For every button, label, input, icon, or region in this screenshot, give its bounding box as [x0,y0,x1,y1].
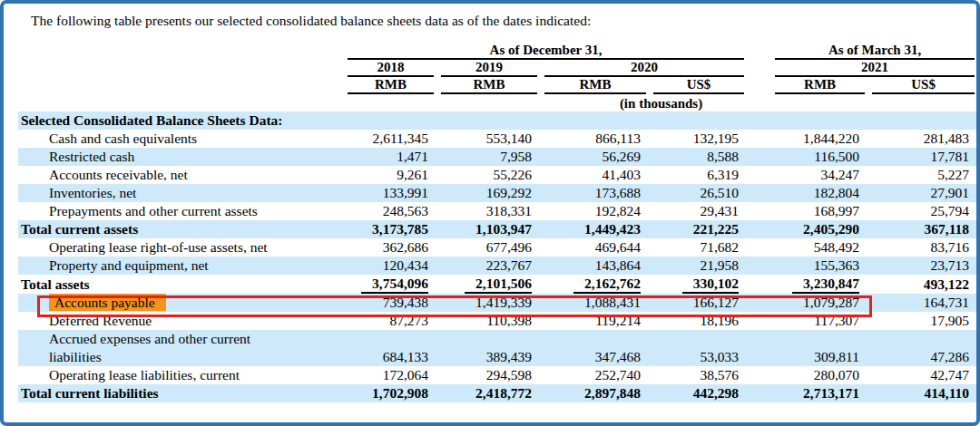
cell-2020-usd: 166,127 [650,294,748,312]
cell-2020-rmb: 1,449,423 [541,220,650,238]
cell-2021-rmb: 309,811 [771,330,868,366]
currency-header-2021-usd: US$ [868,77,978,94]
cell-2020-rmb: 2,162,762 [541,275,650,294]
cell-2021-rmb: 280,070 [771,366,868,384]
cell-2019-rmb: 677,496 [437,238,541,257]
table-row: Total current liabilities1,702,9082,418,… [18,384,978,402]
cell-2020-rmb: 119,214 [541,312,650,330]
group-header-december-label: As of December 31, [348,43,744,60]
cell-2019-rmb: 2,101,506 [437,275,541,294]
cell-2021-rmb: 3,230,847 [771,275,868,294]
table-header: As of December 31, As of March 31, 2018 … [18,43,978,111]
underlined-total-value: 3,754,096 [361,276,428,294]
label-column-spacer [18,77,344,94]
cell-2018-rmb: 172,064 [344,366,437,384]
row-label: Prepayments and other current assets [18,202,344,220]
year-header-2020: 2020 [541,60,748,77]
cell-2021-usd: 281,483 [868,130,978,148]
column-gap [748,384,771,402]
cell-2020-usd: 26,510 [650,184,748,202]
currency-header-2021-rmb: RMB [771,77,868,94]
column-gap [748,166,771,184]
cell-2018-rmb: 2,611,345 [344,130,437,148]
cell-2020-rmb: 866,113 [541,130,650,148]
cell-2019-rmb: 169,292 [437,184,541,202]
cell-2019-rmb: 553,140 [437,130,541,148]
table-row: Inventories, net133,991169,292173,68826,… [18,184,978,202]
underlined-total-value: 330,102 [682,276,739,294]
cell-2018-rmb: 362,686 [344,238,437,257]
currency-header-2019-rmb: RMB [437,77,541,94]
table-row: Operating lease liabilities, current172,… [18,366,978,384]
cell-2018-rmb: 248,563 [344,202,437,220]
cell-2020-usd: 18,196 [650,312,748,330]
table-row: Deferred Revenue87,273110,398119,21418,1… [18,312,978,330]
table-row: Total assets3,754,0962,101,5062,162,7623… [18,275,978,294]
group-header-december: As of December 31, [344,43,748,60]
cell-2019-rmb: 294,598 [437,366,541,384]
cell-2021-usd: 493,122 [868,275,978,294]
cell-2021-rmb: 117,307 [771,312,868,330]
cell-2021-usd: 42,747 [868,366,978,384]
cell-2020-usd: 221,225 [650,220,748,238]
cell-2020-usd: 330,102 [650,275,748,294]
table-row: Prepayments and other current assets248,… [18,202,978,220]
currency-header-2020-rmb: RMB [541,77,650,94]
cell-2021-rmb: 548,492 [771,238,868,257]
cell-2019-rmb: 55,226 [437,166,541,184]
cell-2021-usd: 23,713 [868,257,978,275]
cell-2018-rmb: 87,273 [344,312,437,330]
cell-2020-rmb: 469,644 [541,238,650,257]
label-column-spacer [18,43,344,60]
cell-2021-rmb: 168,997 [771,202,868,220]
underlined-total-value: 2,162,762 [573,276,641,294]
cell-2019-rmb: 1,419,339 [437,294,541,312]
table-row: Property and equipment, net120,434223,76… [18,257,978,275]
column-gap [748,257,771,275]
column-gap [748,184,771,202]
cell-2020-usd: 6,319 [650,166,748,184]
group-header-row: As of December 31, As of March 31, [18,43,978,60]
intro-paragraph: The following table presents our selecte… [31,12,976,30]
row-label: Total current assets [18,220,344,238]
column-gap [748,366,771,384]
cell-2021-usd: 83,716 [868,238,978,257]
row-label: Cash and cash equivalents [18,130,344,148]
group-header-march-label: As of March 31, [775,43,975,60]
year-header-row: 2018 2019 2020 2021 [18,60,978,77]
row-label: Total assets [18,275,344,294]
cell-2021-usd: 164,731 [868,294,978,312]
column-gap [748,60,771,77]
table-row: Accrued expenses and other currentliabil… [18,330,978,366]
column-gap [748,148,771,166]
cell-2020-usd: 71,682 [650,238,748,257]
row-label: Deferred Revenue [18,312,344,330]
cell-2018-rmb: 3,754,096 [344,275,437,294]
units-row: (in thousands) [18,94,978,111]
cell-2020-usd: 29,431 [650,202,748,220]
section-header: Selected Consolidated Balance Sheets Dat… [18,111,978,130]
cell-2020-usd: 132,195 [650,130,748,148]
section-header-row: Selected Consolidated Balance Sheets Dat… [18,111,978,130]
cell-2021-usd: 27,901 [868,184,978,202]
column-gap [748,294,771,312]
row-label: Total current liabilities [18,384,344,402]
units-note: (in thousands) [344,94,978,111]
cell-2020-usd: 8,588 [650,148,748,166]
year-header-2018: 2018 [344,60,437,77]
row-label: Inventories, net [18,184,344,202]
cell-2020-usd: 442,298 [650,384,748,402]
cell-2018-rmb: 739,438 [344,294,437,312]
cell-2020-rmb: 252,740 [541,366,650,384]
cell-2021-rmb: 2,713,171 [771,384,868,402]
column-gap [748,77,771,94]
cell-2021-usd: 17,781 [868,148,978,166]
column-gap [748,238,771,257]
row-label: Accrued expenses and other currentliabil… [18,330,344,366]
column-gap [748,130,771,148]
currency-header-row: RMB RMB RMB US$ RMB US$ [18,77,978,94]
currency-header-2020-usd: US$ [650,77,748,94]
cell-2020-usd: 53,033 [650,330,748,366]
row-label: Accounts receivable, net [18,166,344,184]
document-page: The following table presents our selecte… [0,0,980,426]
